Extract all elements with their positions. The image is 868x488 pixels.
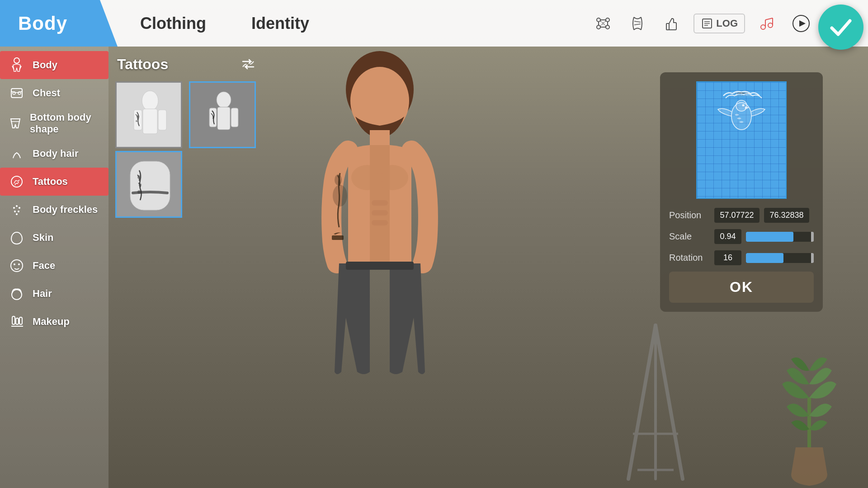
identity-tab[interactable]: Identity (229, 0, 332, 47)
sidebar-item-hair-label: Hair (33, 288, 52, 300)
sidebar: Body Chest Bottom body shape (0, 47, 108, 488)
position-x-value[interactable]: 57.07722 (714, 208, 760, 223)
music-icon[interactable] (754, 11, 779, 36)
sidebar-item-bottom-label: Bottom body shape (30, 112, 101, 135)
svg-point-74 (333, 185, 347, 206)
play-icon[interactable] (788, 11, 814, 36)
tattoo-preview (696, 81, 787, 199)
svg-point-52 (136, 120, 137, 122)
thumbsup-icon[interactable] (659, 11, 684, 36)
shuffle-button[interactable] (238, 54, 258, 74)
svg-point-36 (18, 211, 19, 212)
rotation-handle (811, 253, 814, 263)
clothing-tab[interactable]: Clothing (118, 0, 229, 47)
sidebar-item-bottom-body[interactable]: Bottom body shape (0, 107, 108, 140)
sidebar-item-chest-label: Chest (33, 87, 60, 99)
sidebar-item-body-hair[interactable]: Body hair (0, 140, 108, 168)
tattoo-thumb-2 (190, 83, 255, 147)
sidebar-item-tattoos-label: Tattoos (33, 176, 68, 188)
tattoos-icon (7, 172, 26, 191)
svg-point-38 (11, 260, 23, 272)
log-label: LOG (716, 18, 738, 29)
sidebar-item-makeup[interactable]: Makeup (0, 308, 108, 336)
sidebar-item-skin[interactable]: Skin (0, 224, 108, 252)
position-y-value[interactable]: 76.32838 (764, 208, 809, 223)
scale-fill (746, 232, 793, 242)
svg-rect-44 (19, 317, 22, 324)
svg-rect-75 (346, 262, 414, 270)
svg-rect-59 (130, 161, 170, 210)
scale-row: Scale 0.94 (669, 229, 814, 244)
ok-label: OK (730, 279, 753, 295)
svg-rect-73 (332, 235, 344, 240)
svg-point-1 (606, 18, 609, 22)
svg-rect-12 (666, 23, 669, 30)
rotation-fill (746, 253, 783, 263)
svg-point-77 (736, 100, 747, 111)
svg-rect-55 (217, 107, 230, 130)
rotation-row: Rotation 16 (669, 250, 814, 265)
body-hair-icon (7, 144, 26, 163)
svg-rect-71 (372, 220, 388, 225)
confirm-button[interactable] (818, 5, 863, 50)
scale-value[interactable]: 0.94 (714, 229, 741, 244)
svg-rect-70 (372, 210, 388, 216)
svg-point-17 (761, 25, 765, 29)
tattoo-item-3[interactable] (115, 151, 182, 218)
body-tab[interactable]: Body (0, 0, 118, 47)
svg-point-37 (16, 213, 18, 215)
svg-point-24 (14, 58, 19, 63)
tattoo-panel: Tattoos (115, 54, 260, 218)
tattoo-item-2[interactable] (189, 81, 256, 148)
svg-rect-50 (158, 110, 166, 130)
sidebar-item-face-label: Face (33, 260, 55, 272)
sidebar-item-face[interactable]: Face (0, 252, 108, 280)
body-tab-label: Body (18, 13, 67, 34)
rotation-value[interactable]: 16 (714, 250, 741, 265)
svg-point-54 (217, 92, 231, 108)
svg-point-72 (335, 174, 342, 185)
rotation-slider[interactable] (746, 253, 814, 263)
svg-rect-57 (231, 108, 238, 127)
clothing-tab-label: Clothing (140, 14, 206, 33)
svg-point-2 (597, 25, 600, 29)
scale-label: Scale (669, 231, 710, 242)
svg-point-35 (14, 211, 16, 212)
svg-point-61 (139, 183, 142, 186)
svg-point-34 (19, 207, 20, 209)
sidebar-item-freckles-label: Body freckles (33, 204, 98, 216)
sidebar-item-body-freckles[interactable]: Body freckles (0, 196, 108, 224)
dna-icon[interactable] (625, 11, 650, 36)
svg-point-33 (16, 205, 18, 207)
sidebar-item-chest[interactable]: Chest (0, 79, 108, 107)
body-icon (7, 56, 26, 75)
log-button[interactable]: LOG (693, 14, 745, 33)
sidebar-item-tattoos[interactable]: Tattoos (0, 168, 108, 196)
svg-point-78 (742, 104, 745, 107)
svg-rect-42 (12, 316, 15, 324)
sidebar-item-body[interactable]: Body (0, 51, 108, 79)
hair-icon (7, 284, 26, 303)
svg-point-32 (13, 207, 15, 209)
svg-point-31 (11, 176, 22, 187)
sidebar-item-hair[interactable]: Hair (0, 280, 108, 308)
tattoo-grid (115, 81, 260, 218)
tattoo-item-1[interactable] (115, 81, 182, 148)
connections-icon[interactable] (590, 11, 616, 36)
svg-point-60 (137, 175, 141, 179)
ok-button[interactable]: OK (669, 272, 814, 303)
svg-line-21 (765, 18, 773, 20)
chest-icon (7, 84, 26, 103)
svg-line-79 (628, 325, 656, 479)
tattoo-preview-image (714, 87, 769, 141)
skin-icon (7, 228, 26, 247)
sidebar-item-body-hair-label: Body hair (33, 148, 78, 160)
body-freckles-icon (7, 200, 26, 219)
svg-rect-43 (16, 318, 19, 324)
svg-point-3 (606, 25, 609, 29)
scale-slider[interactable] (746, 232, 814, 242)
makeup-icon (7, 312, 26, 331)
svg-point-0 (597, 18, 600, 22)
easel-decoration (615, 316, 696, 488)
svg-point-40 (18, 263, 20, 265)
